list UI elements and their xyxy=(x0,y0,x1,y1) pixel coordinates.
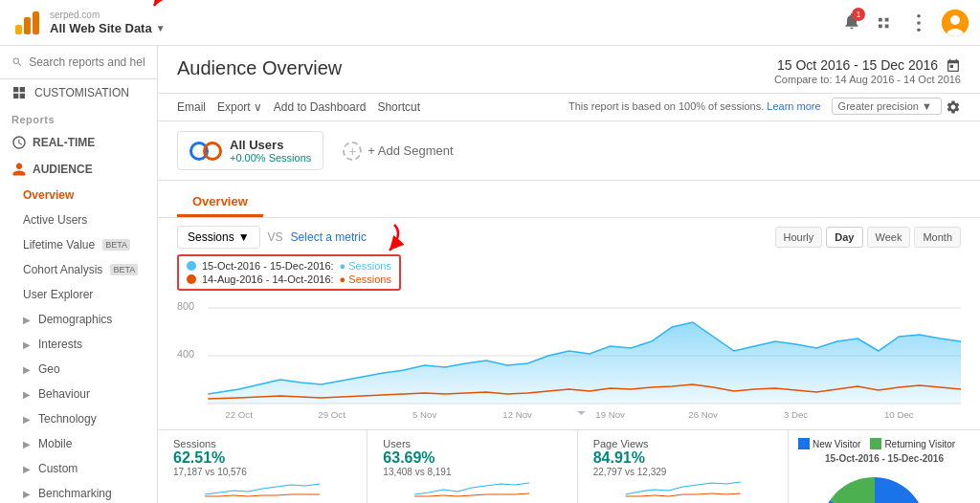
segment-sub: +0.00% Sessions xyxy=(230,152,311,164)
cohort-label: Cohort Analysis xyxy=(23,263,102,276)
svg-text:800: 800 xyxy=(177,302,194,313)
metric-users-pct: 63.69% xyxy=(383,449,561,467)
sidebar-item-overview[interactable]: Overview xyxy=(0,183,157,208)
report-info-text: This report is based on 100% of sessions… xyxy=(568,100,764,112)
chart-left-controls: Sessions ▼ VS Select a metric xyxy=(177,226,367,249)
dropdown-arrow-icon: ▼ xyxy=(156,23,166,34)
svg-rect-1 xyxy=(24,17,31,34)
sidebar-item-user-explorer[interactable]: User Explorer xyxy=(0,282,157,307)
search-input[interactable] xyxy=(29,55,145,69)
content-inner: Audience Overview 15 Oct 2016 - 15 Dec 2… xyxy=(158,46,980,503)
grid-icon[interactable] xyxy=(873,11,896,34)
shortcut-button[interactable]: Shortcut xyxy=(377,100,420,114)
demographics-label: Demographics xyxy=(38,313,112,326)
legend-arrow-svg xyxy=(370,220,418,258)
chart-section: Sessions ▼ VS Select a metric Hourly Day… xyxy=(158,218,980,429)
main-chart-svg: 800 400 xyxy=(177,298,961,423)
segment-area: All Users +0.00% Sessions + + Add Segmen… xyxy=(158,121,980,181)
svg-rect-2 xyxy=(33,11,39,34)
settings-icon[interactable] xyxy=(946,99,961,115)
hourly-btn[interactable]: Hourly xyxy=(775,227,823,248)
svg-point-5 xyxy=(917,28,921,32)
user-avatar[interactable] xyxy=(942,10,969,36)
mobile-label: Mobile xyxy=(38,437,72,450)
toolbar-right: This report is based on 100% of sessions… xyxy=(568,99,961,115)
notifications-icon[interactable]: 1 xyxy=(842,11,861,33)
pie-section: New Visitor Returning Visitor 15-Oct-201… xyxy=(789,430,980,503)
tab-overview[interactable]: Overview xyxy=(177,188,263,217)
sidebar-item-demographics[interactable]: ▶ Demographics xyxy=(0,307,157,332)
svg-text:400: 400 xyxy=(177,350,194,361)
sidebar-item-audience-header[interactable]: AUDIENCE xyxy=(0,156,157,183)
day-btn[interactable]: Day xyxy=(826,227,862,248)
sidebar-item-realtime[interactable]: REAL-TIME xyxy=(0,129,157,156)
sessions-metric-btn[interactable]: Sessions ▼ xyxy=(177,226,260,249)
chevron-right-icon: ▶ xyxy=(23,315,31,325)
user-explorer-label: User Explorer xyxy=(23,288,93,301)
metric-pageviews-label: Page Views xyxy=(593,438,772,449)
calendar-icon[interactable] xyxy=(946,58,961,74)
export-button[interactable]: Export ∨ xyxy=(217,100,262,114)
sidebar-item-custom[interactable]: ▶ Custom xyxy=(0,456,157,481)
technology-label: Technology xyxy=(38,412,97,426)
sessions-sparkline xyxy=(173,477,351,500)
add-segment-button[interactable]: + + Add Segment xyxy=(343,142,453,161)
vs-label: VS xyxy=(268,230,283,244)
more-options-icon[interactable] xyxy=(907,11,930,34)
page-title: Audience Overview xyxy=(177,57,342,79)
site-selector[interactable]: All Web Site Data ▼ xyxy=(50,21,166,36)
svg-text:10 Dec: 10 Dec xyxy=(884,411,914,421)
audience-label: AUDIENCE xyxy=(33,163,93,176)
add-to-dashboard-button[interactable]: Add to Dashboard xyxy=(274,100,367,114)
sidebar-item-geo[interactable]: ▶ Geo xyxy=(0,357,157,382)
email-button[interactable]: Email xyxy=(177,100,206,114)
svg-text:22 Oct: 22 Oct xyxy=(225,411,253,421)
month-btn[interactable]: Month xyxy=(914,227,961,248)
pie-legend-new: New Visitor xyxy=(798,438,860,449)
segment-circles xyxy=(189,142,222,161)
interests-label: Interests xyxy=(38,338,82,351)
metric-users-label: Users xyxy=(383,438,561,449)
overview-tabs: Overview xyxy=(158,181,980,218)
pie-legend-returning: Returning Visitor xyxy=(870,438,955,449)
geo-label: Geo xyxy=(38,362,60,376)
sidebar-item-lifetime-value[interactable]: Lifetime Value BETA xyxy=(0,232,157,257)
select-metric-link[interactable]: Select a metric xyxy=(291,230,367,244)
pie-legend: New Visitor Returning Visitor xyxy=(798,438,970,449)
legend-container: 15-Oct-2016 - 15-Dec-2016: ● Sessions 14… xyxy=(177,254,401,295)
sidebar-item-active-users[interactable]: Active Users xyxy=(0,208,157,232)
sidebar-item-technology[interactable]: ▶ Technology xyxy=(0,406,157,431)
metric-dropdown-arrow: ▼ xyxy=(238,230,250,244)
chevron-right-icon-6: ▶ xyxy=(23,439,31,449)
sidebar-item-mobile[interactable]: ▶ Mobile xyxy=(0,431,157,456)
notif-badge: 1 xyxy=(852,8,865,21)
bottom-section: Sessions 62.51% 17,187 vs 10,576 Users 6… xyxy=(158,429,980,503)
search-icon xyxy=(11,55,23,69)
legend-dot-1 xyxy=(187,261,196,271)
pie-date-label: 15-Oct-2016 - 15-Dec-2016 xyxy=(798,453,970,464)
all-users-segment[interactable]: All Users +0.00% Sessions xyxy=(177,131,323,170)
sidebar-item-customisation[interactable]: CUSTOMISATION xyxy=(0,79,157,106)
custom-label: Custom xyxy=(38,462,78,475)
sidebar-item-benchmarking[interactable]: ▶ Benchmarking xyxy=(0,481,157,503)
sidebar-item-cohort[interactable]: Cohort Analysis BETA xyxy=(0,257,157,282)
search-container[interactable] xyxy=(0,46,157,79)
users-sparkline xyxy=(383,477,561,500)
top-bar: serped.com All Web Site Data ▼ 1 xyxy=(0,0,980,46)
precision-button[interactable]: Greater precision ▼ xyxy=(832,98,942,115)
sidebar-item-interests[interactable]: ▶ Interests xyxy=(0,332,157,357)
grid-small-icon xyxy=(11,85,27,100)
sidebar-item-behaviour[interactable]: ▶ Behaviour xyxy=(0,382,157,406)
pie-legend-returning-square xyxy=(870,438,881,449)
metric-users: Users 63.69% 13,408 vs 8,191 xyxy=(368,430,577,503)
legend-dot-2 xyxy=(187,274,196,284)
chevron-right-icon-7: ▶ xyxy=(23,464,31,474)
top-bar-left: serped.com All Web Site Data ▼ xyxy=(11,8,173,38)
metric-sessions-label: Sessions xyxy=(173,438,351,449)
legend-sessions-2: ● Sessions xyxy=(340,273,391,285)
learn-more-link[interactable]: Learn more xyxy=(767,100,820,112)
svg-marker-23 xyxy=(577,411,586,415)
week-btn[interactable]: Week xyxy=(867,227,911,248)
metric-sessions: Sessions 62.51% 17,187 vs 10,576 xyxy=(158,430,368,503)
sidebar: CUSTOMISATION Reports REAL-TIME AUDIENCE… xyxy=(0,46,158,503)
